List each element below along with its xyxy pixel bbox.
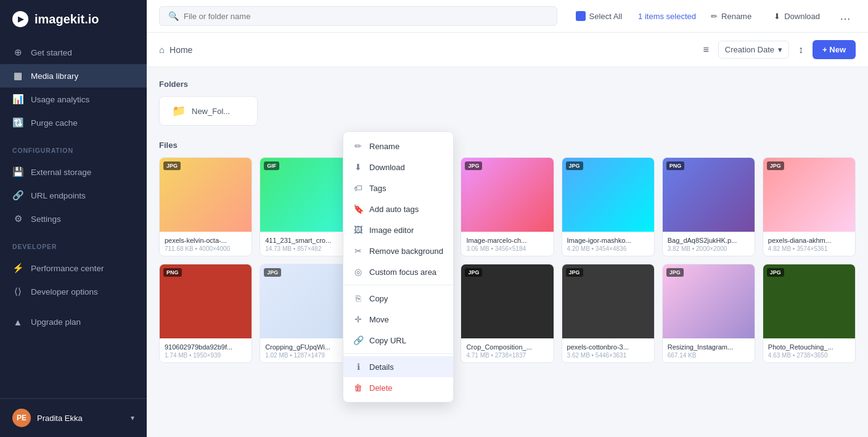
file-meta: 4.82 MB • 3574×5361: [768, 245, 850, 252]
sort-label: Creation Date: [725, 45, 774, 54]
file-type-badge: JPG: [666, 268, 684, 277]
breadcrumb-home-label[interactable]: Home: [170, 45, 192, 55]
file-thumbnail: JPG: [461, 158, 553, 232]
select-all-button[interactable]: Select All: [567, 7, 631, 25]
url-endpoints-icon: 🔗: [12, 190, 23, 201]
folders-grid: 📁 New_Fol...: [159, 96, 856, 126]
sort-dropdown[interactable]: Creation Date ▾: [718, 41, 789, 59]
more-options-button[interactable]: …: [835, 7, 856, 25]
sidebar-item-media-library[interactable]: ▦ Media library: [0, 64, 147, 88]
custom-focus-area-icon: ◎: [353, 267, 363, 277]
select-all-label: Select All: [589, 12, 622, 21]
usage-analytics-icon: 📊: [12, 94, 23, 105]
ctx-item-label: Details: [369, 362, 394, 372]
context-menu-item-image-editor[interactable]: 🖼Image editor: [343, 219, 453, 240]
context-menu-item-copy[interactable]: ⎘Copy: [343, 288, 453, 309]
sidebar-item-url-endpoints[interactable]: 🔗 URL endpoints: [0, 184, 147, 207]
file-type-badge: JPG: [566, 161, 583, 170]
view-controls: ≡ Creation Date ▾ ↕ + New: [700, 40, 856, 59]
context-menu-item-tags[interactable]: 🏷Tags: [343, 178, 453, 198]
search-bar[interactable]: 🔍: [159, 6, 557, 26]
logo[interactable]: ▶ imagekit.io: [0, 0, 147, 38]
file-type-badge: JPG: [767, 268, 784, 277]
sidebar-item-label: External storage: [31, 168, 91, 177]
file-name: 411_231_smart_cro...: [265, 237, 347, 244]
download-icon: ⬇: [353, 162, 363, 172]
download-icon: ⬇: [774, 12, 780, 21]
sidebar: ▶ imagekit.io ⊕ Get started ▦ Media libr…: [0, 0, 147, 437]
sidebar-item-label: Purge cache: [31, 118, 78, 128]
context-menu-item-details[interactable]: ℹDetails: [343, 356, 453, 377]
context-menu-item-remove-background[interactable]: ✂Remove background: [343, 240, 453, 261]
file-meta: 3.82 MB • 2000×2000: [668, 245, 750, 252]
delete-icon: 🗑: [353, 383, 363, 393]
file-meta: 4.63 MB • 2738×3650: [768, 352, 850, 359]
file-card[interactable]: JPG pexels-diana-akhm... 4.82 MB • 3574×…: [763, 157, 856, 256]
file-card[interactable]: JPG Cropping_gFUpqWi... 1.02 MB • 1287×1…: [260, 264, 353, 363]
file-card[interactable]: JPG Photo_Retouching_... 4.63 MB • 2738×…: [763, 264, 856, 363]
sidebar-item-purge-cache[interactable]: 🔃 Purge cache: [0, 111, 147, 134]
file-card[interactable]: JPG Image-marcelo-ch... 3.06 MB • 3456×5…: [461, 157, 554, 256]
file-thumbnail: JPG: [562, 158, 654, 232]
file-card[interactable]: JPG Crop_Composition_... 4.71 MB • 2738×…: [461, 264, 554, 363]
file-thumbnail: JPG: [461, 264, 553, 338]
context-menu-item-copy-url[interactable]: 🔗Copy URL: [343, 330, 453, 351]
sidebar-item-settings[interactable]: ⚙ Settings: [0, 207, 147, 231]
folder-icon: 📁: [172, 104, 186, 118]
image-editor-icon: 🖼: [353, 225, 363, 235]
folder-item[interactable]: 📁 New_Fol...: [159, 96, 258, 126]
file-card[interactable]: JPG pexels-cottonbro-3... 3.62 MB • 5446…: [562, 264, 655, 363]
context-menu-item-download[interactable]: ⬇Download: [343, 157, 453, 178]
developer-nav: ⚡ Performance center ⟨⟩ Developer option…: [0, 254, 147, 306]
file-card[interactable]: JPG Image-igor-mashko... 4.20 MB • 3454×…: [562, 157, 655, 256]
file-type-badge: JPG: [264, 268, 281, 277]
sidebar-item-upgrade-plan[interactable]: ▲ Upgrade plan: [0, 311, 147, 333]
file-card[interactable]: JPG pexels-kelvin-octa-... 711.68 KB • 4…: [159, 157, 252, 256]
details-icon: ℹ: [353, 362, 363, 372]
sidebar-item-label: Performance center: [31, 264, 104, 273]
context-menu-item-add-auto-tags[interactable]: 🔖Add auto tags: [343, 198, 453, 219]
file-card[interactable]: PNG 910602979bda92b9f... 1.74 MB • 1950×…: [159, 264, 252, 363]
breadcrumb-bar: ⌂ Home ≡ Creation Date ▾ ↕ + New: [147, 33, 868, 67]
file-name: Bag_dAq8S2jukHK.p...: [668, 237, 750, 244]
upgrade-icon: ▲: [12, 317, 23, 327]
sidebar-item-get-started[interactable]: ⊕ Get started: [0, 41, 147, 64]
developer-options-icon: ⟨⟩: [12, 286, 23, 297]
sidebar-item-usage-analytics[interactable]: 📊 Usage analytics: [0, 88, 147, 111]
file-meta: 1.02 MB • 1287×1479: [265, 352, 347, 359]
sidebar-item-performance-center[interactable]: ⚡ Performance center: [0, 256, 147, 280]
context-menu-item-rename[interactable]: ✏Rename: [343, 136, 453, 157]
context-menu-item-move[interactable]: ✛Move: [343, 309, 453, 330]
sidebar-item-external-storage[interactable]: 💾 External storage: [0, 160, 147, 184]
file-meta: 667.14 KB: [668, 352, 750, 359]
remove-background-icon: ✂: [353, 246, 363, 256]
ctx-item-label: Add auto tags: [369, 205, 419, 214]
context-menu-item-custom-focus-area[interactable]: ◎Custom focus area: [343, 261, 453, 282]
file-meta: 4.20 MB • 3454×4836: [567, 245, 649, 252]
sidebar-item-label: Settings: [31, 214, 61, 224]
download-button[interactable]: ⬇ Download: [766, 7, 827, 25]
topbar-actions: Select All 1 items selected ✏ Rename ⬇ D…: [567, 7, 856, 25]
file-card[interactable]: JPG Resizing_Instagram... 667.14 KB: [662, 264, 755, 363]
ctx-item-label: Custom focus area: [369, 268, 436, 277]
sidebar-item-developer-options[interactable]: ⟨⟩ Developer options: [0, 280, 147, 303]
file-thumbnail: PNG: [160, 264, 252, 338]
file-name: pexels-cottonbro-3...: [567, 343, 649, 351]
performance-center-icon: ⚡: [12, 263, 23, 274]
file-meta: 3.06 MB • 3456×5184: [466, 245, 548, 252]
file-meta: 4.71 MB • 2738×1837: [466, 352, 548, 359]
user-profile[interactable]: PE Pradita Ekka ▾: [0, 398, 147, 437]
new-button[interactable]: + New: [813, 40, 856, 59]
search-input[interactable]: [184, 12, 548, 21]
rename-button[interactable]: ✏ Rename: [703, 7, 759, 25]
move-icon: ✛: [353, 314, 363, 324]
file-card[interactable]: PNG Bag_dAq8S2jukHK.p... 3.82 MB • 2000×…: [662, 157, 755, 256]
file-type-badge: JPG: [163, 161, 181, 170]
file-meta: 1.74 MB • 1950×939: [165, 352, 247, 359]
context-menu-item-delete[interactable]: 🗑Delete: [343, 377, 453, 398]
copy-url-icon: 🔗: [353, 335, 363, 345]
file-card[interactable]: GIF 411_231_smart_cro... 14.73 MB • 857×…: [260, 157, 353, 256]
list-view-button[interactable]: ≡: [700, 41, 712, 59]
sort-order-button[interactable]: ↕: [795, 41, 806, 59]
selected-count-badge: 1 items selected: [638, 12, 696, 21]
